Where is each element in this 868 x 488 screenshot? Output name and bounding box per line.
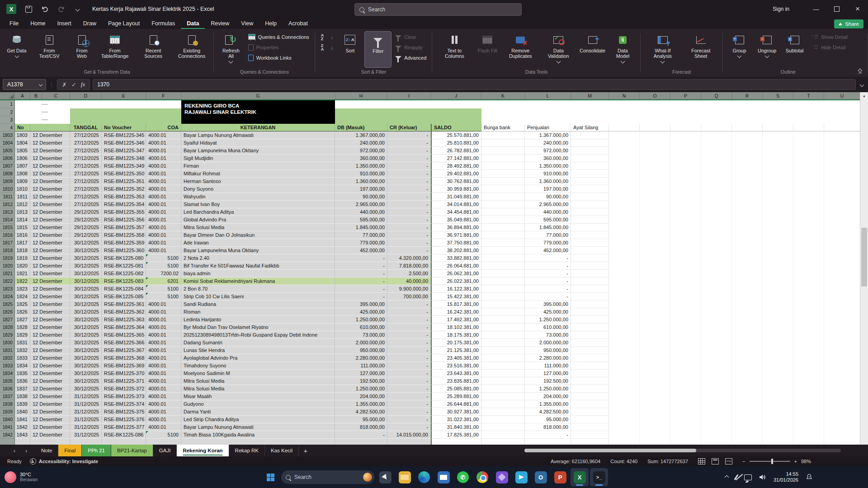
table-header-E[interactable]: No Voucher [102,124,146,131]
menu-tab-home[interactable]: Home [24,19,51,29]
cell-I1814[interactable]: - [387,216,431,224]
cell-J1817[interactable]: 37.750.881,00 [431,239,481,247]
cell-J1829[interactable]: 18.175.381,00 [431,331,481,339]
cell-D1803[interactable]: 27/12/2025 [70,131,102,139]
cell-E1834[interactable]: RSE-BM1225-370 [102,370,146,377]
cell-R1820[interactable] [732,262,763,270]
row-header-1[interactable]: 1 [0,100,15,108]
column-header-I[interactable]: I [387,92,431,99]
cell-BC1833[interactable]: 12 Desember [30,362,70,370]
undo-button[interactable] [41,5,49,13]
cell-U1804[interactable] [824,139,860,147]
cell-N1838[interactable] [609,400,640,408]
cell-K1824[interactable] [481,293,525,300]
cell-M1815[interactable] [571,224,609,231]
cell-F1810[interactable]: 4000.01 [146,185,181,193]
cell-S1831[interactable] [763,347,793,354]
cell-Q1826[interactable] [701,308,732,316]
edge-taskbar-icon[interactable] [415,468,433,486]
cell-P1812[interactable] [670,201,701,208]
cell-F1818[interactable]: 4000.01 [146,247,181,254]
cell-F1829[interactable]: 4000.01 [146,331,181,339]
cell-H1840[interactable]: 95.000,00 [335,416,387,423]
cell-Q1810[interactable] [701,185,732,193]
cell-S1819[interactable] [763,254,793,262]
cell-U1824[interactable] [824,293,860,300]
menu-tab-formulas[interactable]: Formulas [146,19,181,29]
row-header-1819[interactable]: 1819 [0,254,15,262]
cell-S1817[interactable] [763,239,793,247]
cell-BC1823[interactable]: 12 Desember [30,285,70,293]
cell-J1818[interactable]: 38.202.881,00 [431,247,481,254]
show-detail-button[interactable]: ⁺☰Show Detail [809,32,850,42]
cell-G1834[interactable]: Moelyono Sadimin M [181,370,335,377]
cell-P1835[interactable] [670,377,701,385]
row-header-1822[interactable]: 1822 [0,277,15,285]
table-header-U[interactable] [824,124,860,131]
cell-BC1809[interactable]: 12 Desember [30,178,70,185]
cell-H1834[interactable]: 127.000,00 [335,370,387,377]
cell-H1831[interactable]: 950.000,00 [335,347,387,354]
cell-E1823[interactable]: RSE-BK1225-084 [102,285,146,293]
cell-I1837[interactable]: - [387,393,431,400]
cell-M1804[interactable] [571,139,609,147]
cell-J1840[interactable]: 31.022.381,00 [431,416,481,423]
cell-S1809[interactable] [763,178,793,185]
cell-K1805[interactable] [481,147,525,155]
cell-I1821[interactable]: 2.500,00 [387,270,431,277]
select-all-corner[interactable] [0,92,15,99]
cell-F1831[interactable]: 4000.01 [146,347,181,354]
cell-A1805[interactable]: 1805 [15,147,30,155]
notification-bell-icon[interactable]: z [806,474,813,481]
cell-O1820[interactable] [640,262,670,270]
cell-H1841[interactable]: 818.000,00 [335,423,387,431]
row-header-1821[interactable]: 1821 [0,270,15,277]
cell-D1807[interactable]: 27/12/2025 [70,162,102,170]
zoom-out-button[interactable]: − [742,459,745,464]
cell-N1828[interactable] [609,324,640,331]
cell-T1820[interactable] [793,262,824,270]
cell-M1808[interactable] [571,170,609,178]
cell-M1805[interactable] [571,147,609,155]
cell-E1837[interactable]: RSE-BM1225-373 [102,393,146,400]
cell-E1831[interactable]: RSE-BM1225-367 [102,347,146,354]
cell-A1809[interactable]: 1809 [15,178,30,185]
cell-P1841[interactable] [670,423,701,431]
cell-H1820[interactable]: - [335,262,387,270]
row-header-1812[interactable]: 1812 [0,201,15,208]
cell-L1806[interactable]: 360.000,00 [525,155,571,162]
cell-H1836[interactable]: 1.250.000,00 [335,385,387,393]
table-header-BC[interactable] [30,124,70,131]
cell-L1814[interactable]: 595.000,00 [525,216,571,224]
cell-BC1825[interactable]: 12 Desember [30,300,70,308]
cell-N1831[interactable] [609,347,640,354]
cell-Q1818[interactable] [701,247,732,254]
cell-Q1823[interactable] [701,285,732,293]
cell-R1824[interactable] [732,293,763,300]
row-header-1830[interactable]: 1830 [0,339,15,347]
cell-U1826[interactable] [824,308,860,316]
cell-M1818[interactable] [571,247,609,254]
cell-A1832[interactable]: 1833 [15,354,30,362]
cancel-formula-button[interactable]: ✗ [62,81,67,88]
cell-F1828[interactable]: 4000.01 [146,324,181,331]
sheet-tab-pph-21[interactable]: PPh 21 [82,445,111,456]
properties-button[interactable]: Properties [246,42,311,52]
cell-D1834[interactable]: 30/12/2025 [70,370,102,377]
cell-U1806[interactable] [824,155,860,162]
cell-E1812[interactable]: RSE-BM1225-354 [102,201,146,208]
cell-M1807[interactable] [571,162,609,170]
cell-J1811[interactable]: 31.049.881,00 [431,193,481,201]
save-button[interactable] [24,5,33,13]
sort-descending-button[interactable]: ZA↓ [319,42,336,52]
cell-H1805[interactable]: 972.000,00 [335,147,387,155]
cell-I1803[interactable]: - [387,131,431,139]
cell-S1823[interactable] [763,285,793,293]
cell-F1803[interactable]: 4000.01 [146,131,181,139]
cell-M1810[interactable] [571,185,609,193]
cell-P1839[interactable] [670,408,701,416]
cell-P1808[interactable] [670,170,701,178]
row-header-1838[interactable]: 1838 [0,400,15,408]
row-header-1827[interactable]: 1827 [0,316,15,324]
cell-L1820[interactable]: - [525,262,571,270]
